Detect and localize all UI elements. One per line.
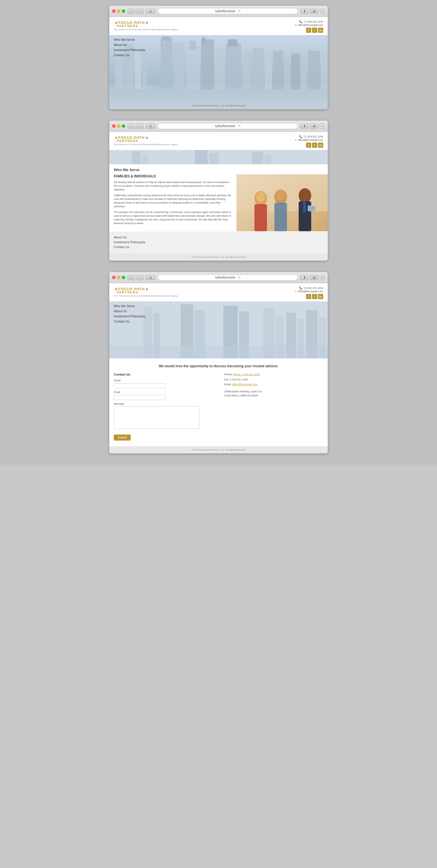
nav-about-us[interactable]: About Us bbox=[114, 43, 145, 46]
address-bar[interactable]: safaribrowser ↻ bbox=[158, 8, 298, 14]
contact-email-link[interactable]: office@focuspath.com bbox=[232, 383, 258, 386]
contact-nav-who[interactable]: Who We Serve bbox=[114, 304, 145, 308]
logo-3: ◄ FOCUS PATH ► PARTNERS Our mission is t… bbox=[114, 286, 178, 297]
twitter-icon-3[interactable]: t bbox=[312, 294, 317, 299]
header-contact-info-2: 📞 T:1.818.321.1234 ✉ office@focuspath.co… bbox=[295, 135, 323, 148]
svg-rect-38 bbox=[252, 151, 263, 164]
svg-point-30 bbox=[172, 91, 217, 94]
email-input[interactable] bbox=[114, 395, 165, 400]
back-button[interactable]: ‹ bbox=[127, 8, 135, 14]
svg-rect-8 bbox=[174, 42, 184, 89]
svg-rect-7 bbox=[162, 36, 171, 41]
facebook-icon-2[interactable]: f bbox=[306, 143, 311, 148]
svg-rect-13 bbox=[215, 49, 225, 89]
share-button[interactable]: ⬆ bbox=[300, 8, 308, 14]
svg-rect-19 bbox=[273, 51, 283, 89]
svg-point-32 bbox=[138, 93, 166, 94]
share-button-2[interactable]: ⬆ bbox=[300, 123, 308, 129]
contact-phone-link[interactable]: Phone: 1.818.321.1234 bbox=[233, 373, 260, 376]
back-button-2[interactable]: ‹ bbox=[127, 123, 135, 129]
tabs-button-3[interactable]: ⊞ bbox=[310, 275, 318, 280]
minimize-button-2[interactable] bbox=[117, 124, 120, 128]
twitter-icon-2[interactable]: t bbox=[312, 143, 317, 148]
hero-section: Who We Serve About Us Investment Philoso… bbox=[109, 35, 328, 109]
new-tab-button[interactable]: + bbox=[320, 8, 325, 14]
linkedin-icon[interactable]: in bbox=[318, 28, 323, 33]
contact-hero: Who We Serve About Us Investment Philoso… bbox=[109, 301, 328, 359]
contact-nav-contact[interactable]: Contact Us bbox=[114, 320, 145, 323]
footer-copyright-3: ©2016 FocusPath Partners, LLC. All Right… bbox=[109, 446, 328, 454]
svg-rect-29 bbox=[228, 42, 229, 43]
tabs-button-2[interactable]: ⊞ bbox=[310, 123, 318, 129]
email-label-right: Email: bbox=[224, 383, 231, 386]
svg-rect-9 bbox=[186, 46, 200, 89]
svg-rect-5 bbox=[142, 55, 147, 89]
logo-2: ◄ FOCUS PATH ► PARTNERS Our mission is t… bbox=[114, 135, 178, 146]
tab-button-3[interactable]: ⊡ bbox=[146, 275, 155, 280]
address-bar-3[interactable]: safaribrowser ↻ bbox=[158, 274, 298, 281]
svg-rect-17 bbox=[253, 48, 264, 89]
svg-rect-21 bbox=[291, 54, 300, 89]
reload-icon-2[interactable]: ↻ bbox=[238, 124, 241, 128]
new-tab-button-2[interactable]: + bbox=[320, 123, 325, 129]
forward-button[interactable]: › bbox=[136, 8, 144, 14]
minimize-button[interactable] bbox=[117, 9, 120, 13]
facebook-icon-3[interactable]: f bbox=[306, 294, 311, 299]
contact-tagline: We would love the opportunity to discuss… bbox=[109, 359, 328, 373]
linkedin-icon-3[interactable]: in bbox=[318, 294, 323, 299]
share-button-3[interactable]: ⬆ bbox=[300, 275, 308, 280]
close-button-3[interactable] bbox=[112, 276, 116, 279]
forward-button-2[interactable]: › bbox=[136, 123, 144, 129]
families-para2: Additionally, professionals nearing reti… bbox=[114, 194, 232, 208]
svg-rect-53 bbox=[308, 206, 315, 211]
close-button-2[interactable] bbox=[112, 124, 116, 128]
svg-rect-22 bbox=[301, 59, 307, 89]
contact-nav-about[interactable]: About Us bbox=[114, 309, 145, 313]
tab-button[interactable]: ⊡ bbox=[146, 8, 155, 14]
svg-rect-39 bbox=[265, 154, 272, 164]
forward-button-3[interactable]: › bbox=[136, 275, 144, 280]
browser-window-2: ‹ › ⊡ safaribrowser ↻ ⬆ ⊞ + bbox=[109, 121, 328, 260]
svg-point-31 bbox=[235, 94, 269, 96]
name-input[interactable] bbox=[114, 383, 165, 389]
maximize-button-2[interactable] bbox=[122, 124, 125, 128]
nav-contact-us[interactable]: Contact Us bbox=[114, 53, 145, 57]
reload-icon[interactable]: ↻ bbox=[238, 9, 241, 13]
footer-nav-contact[interactable]: Contact Us bbox=[114, 245, 323, 249]
svg-rect-34 bbox=[132, 151, 141, 164]
families-para3: The transition into retirement can be ov… bbox=[114, 211, 232, 225]
nav-who-we-serve[interactable]: Who We Serve bbox=[114, 38, 145, 41]
new-tab-button-3[interactable]: + bbox=[320, 275, 325, 280]
tabs-button[interactable]: ⊞ bbox=[310, 8, 318, 14]
linkedin-icon-2[interactable]: in bbox=[318, 143, 323, 148]
email-icon-2: ✉ bbox=[295, 138, 297, 142]
svg-rect-37 bbox=[209, 153, 219, 164]
nav-investment-philosophy[interactable]: Investment Philosophy bbox=[114, 48, 145, 52]
twitter-icon[interactable]: t bbox=[312, 28, 317, 33]
address-bar-2[interactable]: safaribrowser ↻ bbox=[158, 123, 298, 129]
logo-tagline: Our mission is to focus your lifestyle w… bbox=[114, 28, 178, 31]
svg-rect-20 bbox=[284, 58, 290, 89]
svg-rect-26 bbox=[165, 41, 166, 42]
tab-button-2[interactable]: ⊡ bbox=[146, 123, 155, 129]
contact-nav-investment[interactable]: Investment Philosophy bbox=[114, 314, 145, 318]
footer-nav-about-us[interactable]: About Us bbox=[114, 236, 323, 239]
families-image bbox=[236, 174, 328, 231]
close-button[interactable] bbox=[112, 9, 116, 13]
svg-rect-25 bbox=[164, 41, 165, 42]
svg-rect-6 bbox=[161, 38, 173, 89]
copyright-text: ©2016 FocusPath Partners, LLC. All Right… bbox=[192, 104, 245, 107]
navigation-menu: Who We Serve About Us Investment Philoso… bbox=[114, 35, 145, 58]
svg-rect-14 bbox=[226, 43, 241, 89]
footer-nav-investment[interactable]: Investment Philosophy bbox=[114, 240, 323, 244]
maximize-button-3[interactable] bbox=[122, 276, 125, 279]
submit-button[interactable]: Submit bbox=[114, 435, 130, 440]
contact-page-nav: Who We Serve About Us Investment Philoso… bbox=[114, 304, 145, 325]
header-phone: T:1.818.321.1234 bbox=[303, 20, 323, 23]
maximize-button[interactable] bbox=[122, 9, 125, 13]
facebook-icon[interactable]: f bbox=[306, 28, 311, 33]
minimize-button-3[interactable] bbox=[117, 276, 120, 279]
reload-icon-3[interactable]: ↻ bbox=[238, 275, 241, 279]
message-textarea[interactable] bbox=[114, 406, 199, 429]
back-button-3[interactable]: ‹ bbox=[127, 275, 135, 280]
